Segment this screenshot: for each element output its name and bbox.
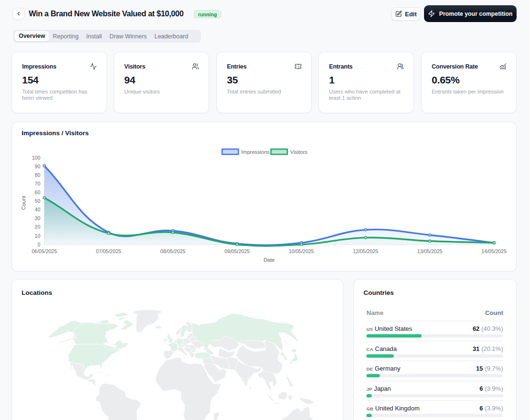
- svg-text:10: 10: [35, 233, 40, 239]
- svg-text:20: 20: [35, 224, 40, 230]
- svg-text:09/05/2025: 09/05/2025: [224, 248, 250, 254]
- svg-text:80: 80: [35, 172, 40, 178]
- svg-text:40: 40: [35, 207, 40, 212]
- svg-text:06/05/2025: 06/05/2025: [32, 248, 57, 254]
- svg-text:07/05/2025: 07/05/2025: [96, 248, 121, 254]
- svg-text:100: 100: [32, 155, 40, 161]
- svg-text:Count: Count: [21, 196, 26, 210]
- svg-text:70: 70: [35, 181, 40, 187]
- svg-text:13/05/2025: 13/05/2025: [417, 248, 443, 254]
- svg-text:Visitors: Visitors: [290, 149, 307, 155]
- svg-text:12/05/2025: 12/05/2025: [353, 248, 378, 254]
- svg-text:90: 90: [35, 163, 40, 169]
- svg-text:50: 50: [35, 198, 40, 204]
- svg-text:08/05/2025: 08/05/2025: [160, 248, 186, 254]
- svg-text:60: 60: [35, 189, 40, 195]
- svg-text:30: 30: [35, 215, 40, 221]
- svg-text:10/05/2025: 10/05/2025: [289, 248, 314, 254]
- svg-text:14/05/2025: 14/05/2025: [482, 248, 507, 254]
- svg-text:Date: Date: [263, 257, 274, 263]
- svg-text:0: 0: [37, 242, 40, 247]
- svg-text:Impressions: Impressions: [241, 149, 270, 155]
